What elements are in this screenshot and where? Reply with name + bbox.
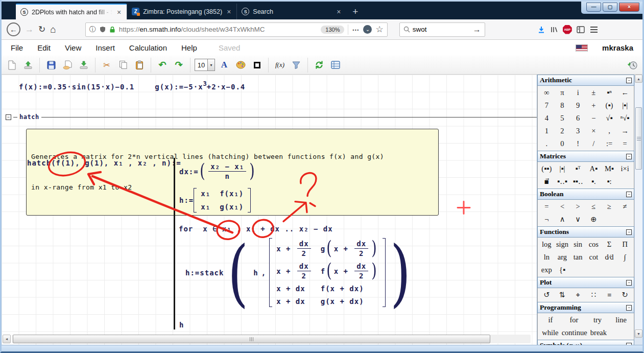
palette-button[interactable]: ,: [602, 125, 617, 137]
palette-button[interactable]: i×i: [617, 162, 633, 175]
palette-button[interactable]: sin: [570, 238, 586, 251]
home-button[interactable]: ⌂: [50, 25, 56, 34]
palette-button[interactable]: !: [570, 137, 586, 150]
tracking-shield-icon[interactable]: [100, 26, 106, 33]
collapse-icon[interactable]: −: [626, 305, 632, 311]
border-button[interactable]: [250, 58, 264, 72]
redo-button[interactable]: ↷: [172, 58, 186, 72]
username[interactable]: mkraska: [602, 43, 633, 52]
filter-button[interactable]: [289, 58, 303, 72]
cut-button[interactable]: ✂: [100, 58, 114, 72]
close-button[interactable]: ×: [619, 3, 639, 12]
palette-button[interactable]: continue: [562, 326, 587, 339]
font-style-button[interactable]: A: [217, 58, 231, 72]
palette-button[interactable]: >: [570, 200, 586, 213]
section-separator[interactable]: − hatch: [6, 113, 537, 121]
sidebar-toggle-icon[interactable]: [577, 26, 585, 33]
palette-button[interactable]: √▪: [602, 112, 617, 125]
palette-button[interactable]: ▪ⁿ: [602, 86, 617, 99]
palette-button[interactable]: ⌖: [570, 289, 586, 301]
collapse-icon[interactable]: −: [6, 114, 11, 120]
scrollbar-thumb[interactable]: [635, 107, 642, 170]
palette-button[interactable]: ≥: [602, 200, 617, 213]
tab-zimbra[interactable]: Z Zimbra: Posteingang (3852) ×: [127, 4, 236, 19]
forward-button[interactable]: →: [25, 25, 34, 34]
h-matrix-assignment[interactable]: h:= x₁f(x₁) x₁g(x₁): [179, 188, 251, 213]
panel-header[interactable]: Matrices−: [537, 151, 634, 162]
palette-button[interactable]: 0: [555, 137, 570, 150]
palette-button[interactable]: /: [586, 137, 602, 150]
tab-search[interactable]: S Search ×: [236, 4, 346, 19]
collapse-icon[interactable]: −: [626, 280, 632, 286]
stack-assignment[interactable]: h:=stack ( h, x + dx2 g(x + dx2) x + dx2…: [185, 238, 415, 307]
minimize-button[interactable]: —: [586, 3, 601, 12]
palette-button[interactable]: ▪ᵀ: [570, 162, 586, 175]
palette-button[interactable]: ×: [586, 125, 602, 137]
downloads-icon[interactable]: [537, 26, 545, 34]
menu-edit[interactable]: Edit: [37, 43, 51, 52]
tab-smath-sheet[interactable]: S 2DPlots with hatch and fill - SM ×: [16, 4, 127, 19]
library-icon[interactable]: [550, 26, 558, 33]
palette-button[interactable]: ∞: [539, 86, 555, 99]
palette-button[interactable]: ⁿ√▪: [617, 112, 633, 125]
palette-button[interactable]: A▪: [586, 162, 602, 175]
menu-view[interactable]: View: [65, 43, 81, 52]
palette-button[interactable]: :=: [602, 137, 617, 150]
url-text[interactable]: https://en.smath.info/cloud/sheet/w34TxW…: [119, 26, 318, 33]
g-definition[interactable]: g(x):=−5·x3+2·x−0.4: [155, 83, 245, 91]
palette-button[interactable]: cos: [586, 238, 602, 251]
palette-button[interactable]: 6: [570, 112, 586, 125]
language-flag-icon[interactable]: [576, 44, 588, 52]
scroll-left-arrow[interactable]: ◂: [3, 335, 11, 343]
palette-button[interactable]: |▪|: [555, 162, 570, 175]
menu-calculation[interactable]: Calculation: [129, 43, 167, 52]
maximize-button[interactable]: ▢: [603, 3, 617, 12]
back-button[interactable]: ←: [7, 22, 20, 36]
palette-button[interactable]: log: [539, 238, 555, 251]
page-actions-icon[interactable]: ⋯: [352, 26, 360, 34]
palette-button[interactable]: −: [586, 112, 602, 125]
return-value[interactable]: h: [179, 321, 184, 329]
palette-button[interactable]: ↻: [617, 289, 633, 301]
palette-button[interactable]: ▪▪‥: [570, 175, 586, 188]
upload-button[interactable]: [21, 58, 35, 72]
palette-button[interactable]: ≠: [617, 200, 633, 213]
palette-button[interactable]: =: [617, 137, 633, 150]
palette-button[interactable]: ←: [617, 86, 633, 99]
bookmark-star-icon[interactable]: ☆: [375, 24, 383, 35]
hatch-signature[interactable]: hatch(f(1), g(1), x₁ , x₂ , n):=: [27, 159, 181, 167]
panel-header[interactable]: Functions−: [537, 226, 634, 238]
palette-button[interactable]: ▪⃗: [539, 175, 555, 188]
palette-button[interactable]: ≤: [586, 200, 602, 213]
palette-button[interactable]: d∕d: [602, 251, 617, 264]
table-view-button[interactable]: [328, 58, 343, 72]
tab-close-icon[interactable]: ×: [116, 8, 122, 16]
chevron-down-icon[interactable]: ▾: [207, 59, 214, 70]
dx-assignment[interactable]: dx:= (x₂ − x₁n): [179, 162, 256, 180]
palette-button[interactable]: if: [539, 314, 562, 326]
palette-button[interactable]: 7: [539, 99, 555, 112]
palette-button[interactable]: 4: [539, 112, 555, 125]
palette-button[interactable]: ↺: [539, 289, 555, 301]
palette-button[interactable]: ▪:: [602, 175, 617, 188]
menu-hamburger-icon[interactable]: [589, 26, 599, 34]
palette-button[interactable]: {▪: [555, 264, 570, 276]
tab-close-icon[interactable]: ×: [336, 8, 342, 16]
palette-button[interactable]: →: [617, 125, 633, 137]
panel-header[interactable]: Arithmetic−: [537, 75, 634, 86]
palette-button[interactable]: try: [586, 314, 609, 326]
page-info-icon[interactable]: ⓘ: [89, 25, 96, 34]
palette-button[interactable]: 3: [570, 125, 586, 137]
palette-button[interactable]: π: [555, 86, 570, 99]
paste-button[interactable]: [132, 58, 147, 72]
palette-button[interactable]: arg: [555, 251, 570, 264]
f-definition[interactable]: f(x):=0.35·sin(15·x)−0.1: [19, 83, 134, 91]
share-button[interactable]: [60, 58, 75, 72]
panel-header[interactable]: Programming−: [537, 302, 634, 313]
search-input[interactable]: [413, 26, 470, 33]
zoom-level-badge[interactable]: 130%: [321, 26, 344, 34]
history-button[interactable]: [625, 58, 639, 72]
adblock-plus-icon[interactable]: ABP: [563, 25, 572, 34]
color-palette-button[interactable]: [233, 58, 248, 72]
pocket-icon[interactable]: ⌄: [363, 25, 372, 34]
